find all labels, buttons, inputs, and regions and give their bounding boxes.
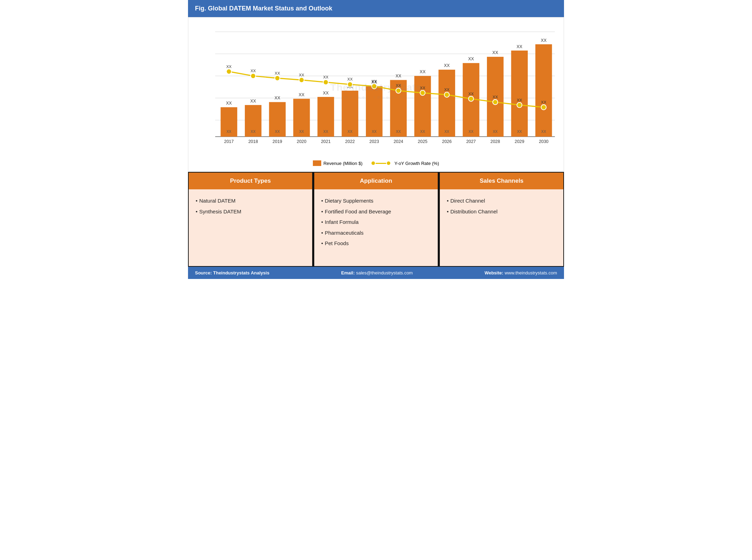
svg-text:2018: 2018 — [248, 139, 258, 144]
svg-text:2029: 2029 — [514, 139, 524, 144]
dot-2018 — [251, 73, 256, 78]
section-application: Application Dietary Supplements Fortifie… — [314, 172, 438, 267]
list-item: Dietary Supplements — [321, 196, 431, 206]
list-item: Synthesis DATEM — [196, 206, 305, 217]
svg-text:XX: XX — [323, 130, 328, 134]
list-item: Fortified Food and Beverage — [321, 206, 431, 217]
svg-text:XX: XX — [492, 95, 498, 99]
dot-2030 — [541, 105, 546, 110]
svg-text:2021: 2021 — [321, 139, 331, 144]
svg-text:2019: 2019 — [272, 139, 282, 144]
list-item: Pet Foods — [321, 238, 431, 249]
legend-bar-color — [313, 160, 321, 166]
bar-2030 — [535, 44, 552, 137]
legend-line-dot — [371, 161, 375, 165]
svg-text:XX: XX — [275, 96, 280, 100]
svg-text:XX: XX — [251, 130, 256, 134]
legend-line-color — [376, 163, 386, 164]
svg-text:XX: XX — [396, 74, 401, 78]
list-item: Direct Channel — [447, 196, 556, 206]
svg-text:XX: XX — [468, 56, 474, 61]
footer-email: Email: sales@theindustrystats.com — [341, 270, 413, 275]
svg-text:XX: XX — [299, 92, 304, 97]
svg-text:XX: XX — [348, 130, 353, 134]
svg-text:XX: XX — [396, 130, 401, 134]
section-sales-channels: Sales Channels Direct Channel Distributi… — [439, 172, 564, 267]
chart-container: The Industry Stats market research XX XX… — [188, 17, 564, 172]
svg-text:2022: 2022 — [345, 139, 355, 144]
chart-area: The Industry Stats market research XX XX… — [195, 24, 557, 157]
page-header: Fig. Global DATEM Market Status and Outl… — [188, 0, 564, 17]
svg-text:2024: 2024 — [393, 139, 403, 144]
legend-line-dot2 — [387, 161, 390, 165]
svg-text:XX: XX — [250, 69, 256, 73]
svg-text:XX: XX — [372, 130, 377, 134]
dot-2020 — [299, 77, 304, 83]
svg-text:XX: XX — [226, 64, 232, 68]
svg-text:XX: XX — [541, 38, 547, 43]
svg-text:XX: XX — [420, 130, 425, 134]
svg-text:2020: 2020 — [297, 139, 307, 144]
footer-website: Website: www.theindustrystats.com — [484, 270, 557, 275]
list-item: Infant Formula — [321, 217, 431, 228]
chart-legend: Revenue (Million $) Y-oY Growth Rate (%) — [195, 157, 557, 168]
svg-text:XX: XX — [275, 71, 280, 75]
list-item: Distribution Channel — [447, 206, 556, 217]
product-types-header: Product Types — [189, 173, 312, 189]
sales-channels-list: Direct Channel Distribution Channel — [447, 196, 556, 217]
svg-text:2017: 2017 — [224, 139, 234, 144]
svg-text:2026: 2026 — [442, 139, 452, 144]
legend-bar-label: Revenue (Million $) — [323, 161, 362, 166]
svg-text:2023: 2023 — [369, 139, 379, 144]
dot-2026 — [444, 92, 450, 97]
svg-text:XX: XX — [323, 90, 329, 95]
dot-2028 — [493, 99, 498, 105]
svg-text:2030: 2030 — [539, 139, 549, 144]
svg-text:XX: XX — [469, 130, 474, 134]
sales-channels-header: Sales Channels — [440, 173, 563, 189]
bar-2026 — [438, 70, 455, 137]
bar-2025 — [414, 76, 431, 137]
dot-2019 — [275, 76, 280, 81]
svg-text:XX: XX — [541, 130, 546, 134]
svg-text:XX: XX — [250, 99, 256, 104]
bar-2023 — [366, 86, 383, 137]
dot-2024 — [396, 88, 401, 93]
application-list: Dietary Supplements Fortified Food and B… — [321, 196, 431, 249]
sales-channels-body: Direct Channel Distribution Channel — [440, 189, 563, 266]
svg-text:XX: XX — [396, 83, 401, 88]
svg-text:XX: XX — [444, 88, 450, 92]
svg-text:XX: XX — [492, 50, 498, 55]
section-product-types: Product Types Natural DATEM Synthesis DA… — [188, 172, 313, 267]
svg-text:XX: XX — [226, 101, 232, 106]
svg-text:XX: XX — [517, 98, 522, 102]
svg-text:XX: XX — [517, 44, 522, 49]
dot-2022 — [347, 82, 353, 87]
list-item: Pharmaceuticals — [321, 228, 431, 239]
svg-text:XX: XX — [541, 100, 547, 104]
svg-text:XX: XX — [299, 73, 304, 77]
svg-text:XX: XX — [493, 130, 498, 134]
svg-text:2027: 2027 — [466, 139, 476, 144]
svg-text:XX: XX — [444, 130, 449, 134]
page-footer: Source: Theindustrystats Analysis Email:… — [188, 267, 564, 279]
dot-2027 — [468, 96, 474, 101]
svg-text:XX: XX — [347, 77, 353, 81]
svg-text:XX: XX — [468, 92, 474, 96]
svg-text:XX: XX — [299, 130, 304, 134]
svg-text:2028: 2028 — [490, 139, 500, 144]
legend-bar: Revenue (Million $) — [313, 160, 362, 166]
bottom-sections: Product Types Natural DATEM Synthesis DA… — [188, 172, 564, 267]
svg-text:XX: XX — [323, 75, 329, 79]
application-header: Application — [314, 173, 438, 189]
legend-line-label: Y-oY Growth Rate (%) — [394, 161, 439, 166]
dot-2023 — [372, 84, 377, 89]
svg-text:XX: XX — [275, 130, 280, 134]
legend-line: Y-oY Growth Rate (%) — [373, 161, 439, 166]
chart-svg: XX XX XX XX XX XX XX XX XX XX XX XX XX — [195, 24, 557, 157]
svg-text:XX: XX — [371, 79, 377, 83]
dot-2029 — [517, 103, 522, 108]
dot-2025 — [420, 90, 425, 96]
dot-2017 — [226, 69, 232, 74]
svg-text:XX: XX — [444, 63, 450, 68]
